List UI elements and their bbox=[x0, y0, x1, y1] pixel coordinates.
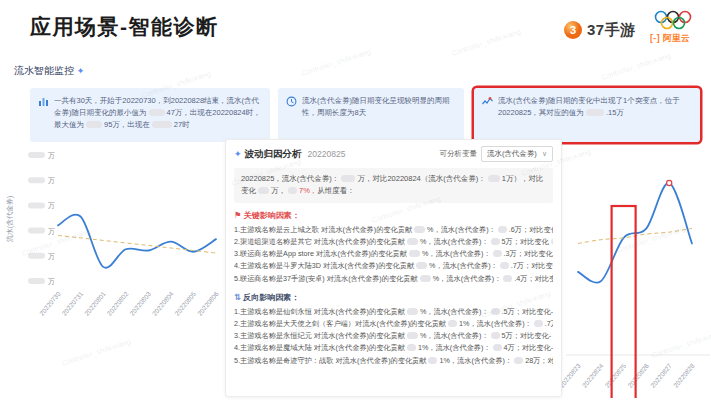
svg-text:3: 3 bbox=[570, 24, 576, 36]
37shouyou-logo-text: 37手游 bbox=[587, 21, 636, 40]
redacted-y-tick bbox=[28, 152, 45, 158]
text-segment: 5万；对比变化 bbox=[502, 237, 549, 246]
summary-box: 20220825，流水(含代金券)：万，对比20220824（流水(含代金券)：… bbox=[234, 168, 553, 203]
redacted-value bbox=[493, 344, 502, 351]
anomaly-icon bbox=[482, 96, 493, 107]
redacted-value bbox=[534, 320, 543, 327]
insight-text: 流水(含代金券)随日期的变化中出现了1个突变点，位于20220825，其对应的值… bbox=[498, 96, 680, 117]
x-axis-tick: 20220826 bbox=[626, 362, 650, 389]
x-axis-tick: 20220828 bbox=[672, 362, 696, 389]
svg-text:万: 万 bbox=[48, 228, 55, 235]
text-segment: 5.联运商名称是37手游(安卓) 对流水(含代金券)的变化贡献 bbox=[234, 274, 418, 283]
redacted-value bbox=[86, 121, 102, 128]
metric-select-value: 流水(含代金券) bbox=[487, 149, 537, 159]
37shouyou-mark-icon: 3 bbox=[563, 20, 583, 40]
y-axis-label: 流水(含代金券) bbox=[6, 196, 14, 243]
redacted-y-tick bbox=[28, 253, 45, 259]
text-segment: .7万；对比变化- bbox=[545, 319, 553, 328]
factor-line: 5.主游戏名称是奇迹守护：战歌 对流水(含代金券)的变化贡献1%，流水(含代金券… bbox=[234, 355, 553, 367]
x-axis-tick: 20220804 bbox=[151, 290, 175, 317]
redacted-value bbox=[407, 238, 418, 245]
x-axis-tick: 20220731 bbox=[60, 290, 84, 317]
key-factors-list: 1.主游戏名称是云上城之歌 对流水(含代金券)的变化贡献%，流水(含代金券)：.… bbox=[234, 224, 553, 285]
redacted-value bbox=[288, 187, 297, 194]
redacted-value bbox=[500, 262, 509, 269]
peak-marker bbox=[667, 180, 672, 185]
text-segment: 万，对比20220824（流水(含代金券)： bbox=[357, 174, 485, 183]
text-segment: .3万；对比变化 bbox=[504, 249, 553, 258]
text-segment: 万， bbox=[271, 186, 286, 195]
redacted-value bbox=[491, 332, 500, 339]
text-segment: %，流水(含代金券)： bbox=[429, 261, 498, 270]
insight-card-periodicity: 流水(含代金券)随日期变化呈现较明显的周期性，周期长度为8天 bbox=[278, 88, 464, 142]
x-axis-tick: 20220801 bbox=[83, 290, 107, 317]
factor-line: 1.主游戏名称是仙剑永恒 对流水(含代金券)的变化贡献%，流水(含代金券)：.5… bbox=[234, 306, 553, 318]
factor-line: 3.主游戏名称是永恒纪元 对流水(含代金券)的变化贡献%，流水(含代金券)：5万… bbox=[234, 330, 553, 342]
revenue-trend-chart-right: 2022082320220824202208252022082620220827… bbox=[556, 148, 710, 398]
attribution-header: ✦ 波动归因分析 20220825 可分析变量 流水(含代金券) ∨ bbox=[234, 146, 553, 162]
line-chart-svg: 万万万万万万流水(含代金券)20220730202207312022080120… bbox=[0, 144, 224, 330]
text-segment: 1%，流水(含代金券)： bbox=[418, 343, 491, 352]
redacted-value bbox=[498, 226, 507, 233]
metric-select-label: 可分析变量 bbox=[439, 149, 477, 159]
redacted-value bbox=[409, 250, 420, 257]
redacted-value bbox=[152, 121, 172, 128]
x-axis-tick: 20220825 bbox=[603, 362, 627, 389]
page-title: 应用场景-智能诊断 bbox=[30, 13, 219, 41]
x-axis-tick: 20220803 bbox=[128, 290, 152, 317]
metric-select[interactable]: 流水(含代金券) ∨ bbox=[481, 146, 553, 162]
x-axis-tick: 20220824 bbox=[581, 362, 605, 389]
factor-line: 4.主游戏名称是魔域大陆 对流水(含代金券)的变化贡献1%，流水(含代金券)：4… bbox=[234, 342, 553, 354]
watermark: Controller_shifeixiang bbox=[60, 337, 131, 368]
redacted-value bbox=[258, 187, 269, 194]
attribution-panel: ✦ 波动归因分析 20220825 可分析变量 流水(含代金券) ∨ 20220… bbox=[225, 139, 562, 397]
logo-37shouyou: 3 37手游 bbox=[563, 20, 636, 40]
text-segment: 3.主游戏名称是永恒纪元 对流水(含代金券)的变化贡献 bbox=[234, 331, 405, 340]
text-segment: 3.联运商名称是App store 对流水(含代金券)的变化贡献 bbox=[234, 249, 407, 258]
text-segment: %，流水(含代金券)： bbox=[420, 331, 489, 340]
text-segment: .4万；对比变化 bbox=[514, 274, 553, 283]
factor-line: 4.主游戏名称是斗罗大陆3D 对流水(含代金券)的变化贡献%，流水(含代金券)：… bbox=[234, 260, 553, 272]
olympic-rings-icon bbox=[651, 8, 697, 32]
x-axis-tick: 20220802 bbox=[106, 290, 130, 317]
redacted-y-tick bbox=[28, 278, 45, 284]
text-segment: 7%， bbox=[299, 186, 317, 195]
redacted-value bbox=[514, 357, 523, 364]
metric-line bbox=[58, 215, 216, 268]
factor-line: 2.主游戏名称是大天使之剑（客户端）对流水(含代金券)的变化贡献1%，流水(含代… bbox=[234, 318, 553, 330]
redacted-value bbox=[551, 238, 553, 245]
x-axis-tick: 20220806 bbox=[196, 290, 220, 317]
svg-text:万: 万 bbox=[48, 253, 55, 260]
factor-line: 5.联运商名称是37手游(安卓) 对流水(含代金券)的变化贡献%，流水(含代金券… bbox=[234, 273, 553, 285]
reverse-factors-label: ⇅ 反向影响因素： bbox=[234, 292, 553, 303]
insight-text: 流水(含代金券)随日期变化呈现较明显的周期性，周期长度为8天 bbox=[302, 96, 450, 117]
reverse-factors-list: 1.主游戏名称是仙剑永恒 对流水(含代金券)的变化贡献%，流水(含代金券)：.5… bbox=[234, 306, 553, 367]
redacted-value bbox=[149, 109, 165, 116]
redacted-value bbox=[414, 226, 425, 233]
redacted-value bbox=[503, 275, 512, 282]
factor-line: 2.渠道组渠道名称是其它 对流水(含代金券)的变化贡献%，流水(含代金券)：5万… bbox=[234, 236, 553, 248]
x-axis-tick: 20220805 bbox=[173, 290, 197, 317]
watermark: Controller_shifeixiang bbox=[450, 27, 521, 58]
reverse-icon: ⇅ bbox=[234, 292, 241, 302]
redacted-value bbox=[488, 175, 500, 182]
text-segment: 1%，流水(含代金券)： bbox=[439, 356, 512, 365]
revenue-trend-chart-left: 万万万万万万流水(含代金券)20220730202207312022080120… bbox=[0, 144, 224, 330]
sparkle-icon: ✦ bbox=[77, 66, 85, 76]
insight-card-overview: 一共有30天，开始于20220730，到20220828结束，流水(含代金券)随… bbox=[30, 88, 270, 142]
redacted-y-tick bbox=[28, 202, 45, 208]
flag-icon: ⚑ bbox=[234, 210, 242, 220]
redacted-y-tick bbox=[28, 228, 45, 234]
text-segment: .15万 bbox=[606, 108, 624, 117]
redacted-value bbox=[341, 175, 355, 182]
svg-text:万: 万 bbox=[48, 152, 55, 159]
attribution-title: 波动归因分析 bbox=[245, 148, 302, 161]
text-segment: 28万；对比变化- bbox=[525, 356, 553, 365]
redacted-value bbox=[448, 320, 457, 327]
watermark: Controller_shifeixiang bbox=[300, 47, 371, 78]
svg-text:万: 万 bbox=[48, 177, 55, 184]
factor-line: 1.主游戏名称是云上城之歌 对流水(含代金券)的变化贡献%，流水(含代金券)：.… bbox=[234, 224, 553, 236]
text-segment: 95万，出现在 bbox=[104, 120, 150, 129]
text-segment: 1.主游戏名称是云上城之歌 对流水(含代金券)的变化贡献 bbox=[234, 225, 412, 234]
text-segment: %，流水(含代金券)： bbox=[427, 225, 496, 234]
